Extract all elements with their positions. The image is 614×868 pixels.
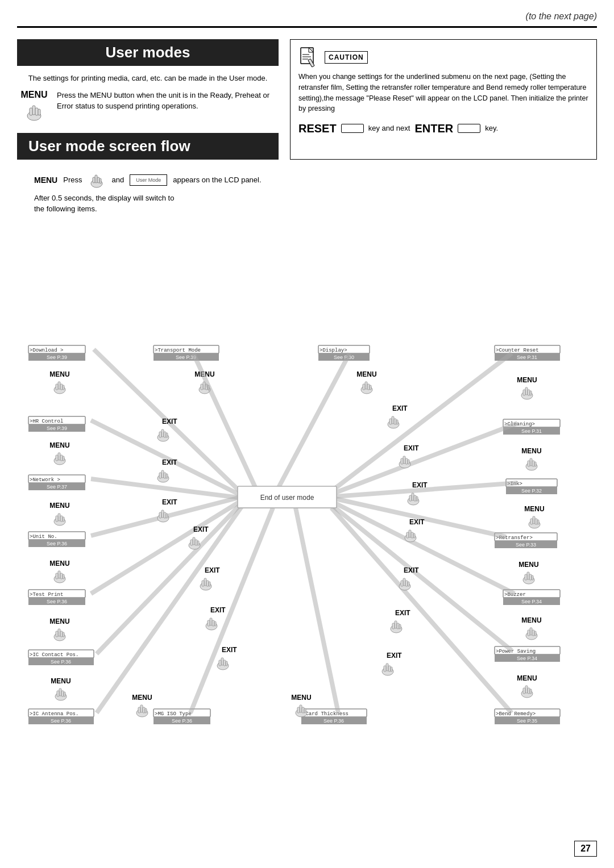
svg-rect-3 [35,108,38,115]
svg-text:MENU: MENU [291,694,311,702]
svg-rect-227 [190,540,193,545]
flow-top-row: MENU Press and User Mode appears on the … [34,171,597,189]
svg-text:MENU: MENU [132,694,152,702]
svg-rect-163 [530,689,532,694]
caution-icon [298,47,320,68]
svg-rect-111 [523,390,525,395]
svg-rect-38 [60,455,63,461]
svg-rect-256 [403,456,405,464]
svg-rect-57 [56,573,58,579]
svg-text:>Download >: >Download > [30,348,63,353]
svg-rect-142 [529,574,532,580]
svg-text:>Counter Reset: >Counter Reset [496,348,539,353]
svg-rect-28 [60,384,63,390]
svg-text:EXIT: EXIT [404,444,419,452]
svg-text:MENU: MENU [356,370,376,378]
svg-rect-161 [523,688,525,694]
appears-text: appears on the LCD panel. [173,176,261,184]
svg-text:EXIT: EXIT [412,481,428,489]
svg-rect-102 [367,384,370,390]
svg-rect-59 [63,574,64,579]
svg-text:>Transport Mode: >Transport Mode [155,348,201,353]
svg-rect-271 [413,533,415,538]
svg-rect-76 [59,688,61,696]
svg-line-205 [296,508,338,713]
svg-rect-1 [32,106,35,115]
flow-and-label: and [111,176,124,184]
svg-rect-281 [392,623,395,629]
reset-key-rect [341,124,364,133]
svg-text:See P.32: See P.32 [521,488,542,494]
svg-rect-68 [60,631,63,637]
svg-rect-289 [391,667,392,671]
svg-rect-282 [397,623,399,629]
svg-rect-133 [537,520,539,524]
svg-rect-223 [166,514,168,518]
svg-text:See P.39: See P.39 [47,354,67,360]
svg-text:See P.36: See P.36 [172,718,192,724]
svg-rect-239 [208,620,210,626]
svg-rect-153 [534,631,536,636]
svg-rect-79 [64,692,65,696]
svg-rect-162 [528,688,530,694]
svg-rect-78 [61,691,64,696]
svg-rect-46 [58,514,60,521]
svg-rect-140 [527,572,529,579]
svg-rect-112 [528,390,530,395]
svg-text:MENU: MENU [521,616,541,624]
svg-rect-241 [214,621,216,626]
svg-rect-259 [408,460,409,464]
svg-text:See P.37: See P.37 [47,484,67,490]
svg-line-195 [193,353,256,489]
svg-text:See P.31: See P.31 [521,428,542,434]
svg-rect-208 [161,429,164,437]
svg-text:End of user mode: End of user mode [260,494,314,502]
svg-text:>MG ISO Type: >MG ISO Type [155,711,192,717]
svg-rect-262 [412,493,414,500]
svg-rect-283 [399,624,401,629]
svg-rect-152 [532,630,534,636]
svg-rect-251 [389,419,392,424]
flow-menu-label: MENU [34,176,57,185]
svg-rect-122 [532,461,534,466]
svg-rect-244 [221,658,223,665]
flow-second-row: After 0.5 seconds, the display will swit… [34,193,597,215]
key-label: key. [485,123,498,134]
svg-line-196 [279,353,350,487]
top-right-label: (to the next page) [17,11,597,22]
svg-rect-268 [409,530,411,537]
svg-text:See P.34: See P.34 [517,656,537,661]
svg-text:MENU: MENU [521,447,541,455]
svg-text:See P.33: See P.33 [516,542,536,548]
svg-text:>Card Thickness: >Card Thickness [302,711,349,717]
svg-rect-110 [525,387,528,395]
svg-text:EXIT: EXIT [210,606,226,614]
svg-rect-176 [143,707,145,713]
svg-line-204 [190,508,273,713]
svg-rect-186 [302,707,304,713]
enter-word: ENTER [414,120,453,137]
svg-rect-100 [365,382,367,389]
svg-rect-27 [56,384,58,390]
svg-rect-253 [396,420,398,424]
svg-rect-29 [63,385,64,390]
svg-rect-238 [210,618,212,625]
svg-text:See P.31: See P.31 [517,354,537,360]
svg-rect-228 [195,540,197,545]
svg-text:MENU: MENU [49,560,69,567]
svg-rect-209 [159,432,161,437]
svg-rect-247 [226,661,227,666]
svg-rect-141 [525,574,527,580]
svg-rect-77 [57,691,59,696]
user-mode-display-box: User Mode [130,174,167,186]
svg-text:See P.36: See P.36 [47,599,67,604]
svg-text:MENU: MENU [49,370,69,378]
svg-rect-276 [405,581,408,586]
press-text: Press the MENU button when the unit is i… [57,90,279,112]
svg-text:>Display>: >Display> [320,348,347,353]
user-modes-title: User modes [17,39,279,66]
svg-rect-222 [164,512,166,518]
svg-rect-47 [56,516,58,521]
svg-text:>IC Antenna Pos.: >IC Antenna Pos. [30,711,78,717]
svg-rect-15 [93,177,95,183]
